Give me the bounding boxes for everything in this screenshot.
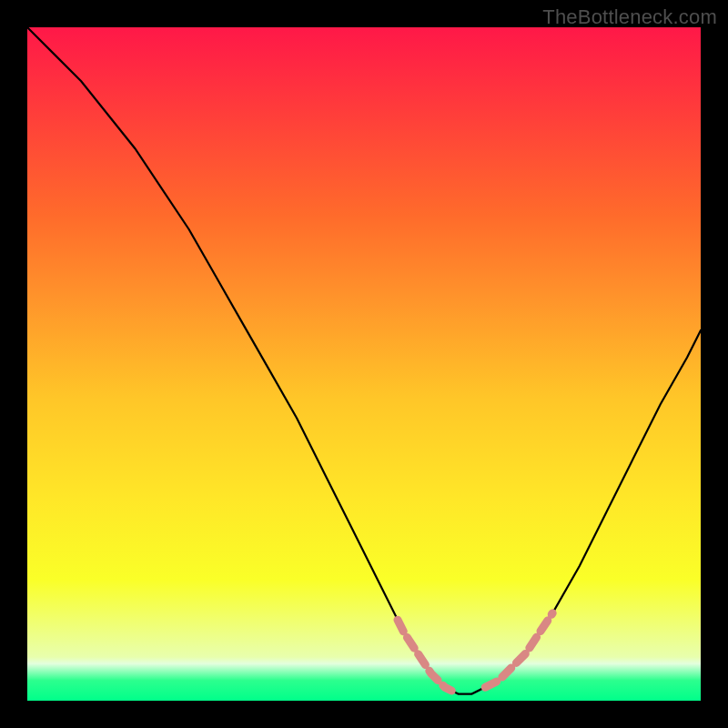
accent-segment-right xyxy=(485,613,552,687)
plot-area xyxy=(27,27,701,701)
watermark-text: TheBottleneck.com xyxy=(542,5,717,29)
chart-container: TheBottleneck.com xyxy=(0,0,728,728)
curve-svg xyxy=(27,27,701,701)
accent-segment-left xyxy=(398,620,451,691)
bottleneck-curve xyxy=(27,27,701,694)
